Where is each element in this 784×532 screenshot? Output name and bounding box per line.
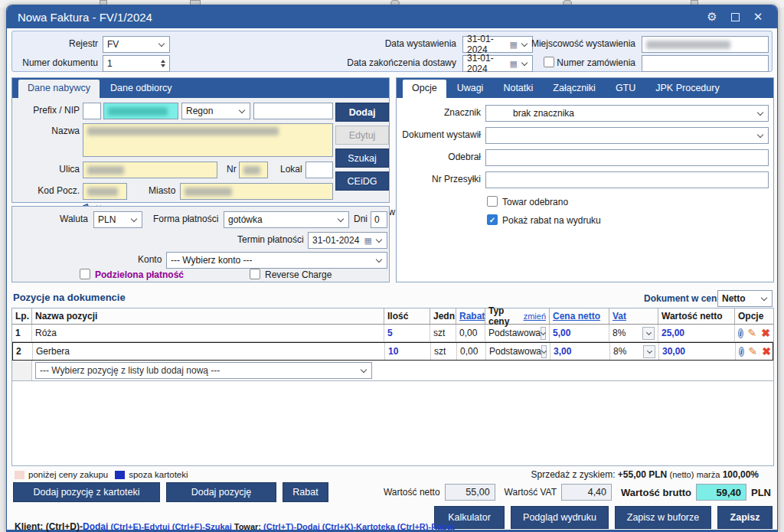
edit-pencil-icon[interactable]: ✎ xyxy=(748,327,757,339)
waluta-select[interactable]: PLN xyxy=(93,211,142,228)
odebral-input[interactable] xyxy=(485,149,769,166)
dni-input[interactable]: 0 xyxy=(371,211,387,228)
col-cena-netto-link[interactable]: Cena netto xyxy=(550,308,609,324)
podzielona-platnosc-checkbox[interactable] xyxy=(80,269,90,279)
row-vat[interactable]: 8% xyxy=(609,325,658,341)
lokal-input[interactable] xyxy=(305,162,333,178)
zapisz-button[interactable]: Zapisz xyxy=(717,506,773,529)
table-row-selected[interactable]: 2 Gerbera 10 szt 0,00 Podstawowa 3,00 8%… xyxy=(12,342,773,361)
row-typ[interactable]: Podstawowa xyxy=(486,343,550,360)
waluta-label: Waluta xyxy=(60,214,88,224)
row-qty[interactable]: 5 xyxy=(384,325,430,341)
rabat-button[interactable]: Rabat xyxy=(283,482,328,502)
delete-icon[interactable]: ✖ xyxy=(762,345,771,357)
title-bar[interactable]: Nowa Faktura - FV/1/2024 ⚙ ✕ xyxy=(7,5,777,28)
typ-ceny-zmien-link[interactable]: zmień xyxy=(524,312,546,321)
towar-odebrano-checkbox[interactable] xyxy=(487,196,498,207)
tab-dane-nabywcy[interactable]: Dane nabywcy xyxy=(18,80,100,98)
options-panel: Opcje Uwagi Notatki Załączniki GTU JPK P… xyxy=(396,77,774,282)
info-icon[interactable]: i xyxy=(738,328,743,338)
edit-pencil-icon[interactable]: ✎ xyxy=(749,345,758,357)
chevron-down-icon[interactable] xyxy=(541,327,546,340)
col-rabat-link[interactable]: Rabat xyxy=(456,308,485,324)
zapisz-w-buforze-button[interactable]: Zapisz w buforze xyxy=(615,506,711,529)
row-vat[interactable]: 8% xyxy=(610,343,659,360)
forma-platnosci-select[interactable]: gotówka xyxy=(224,211,349,228)
tab-uwagi[interactable]: Uwagi xyxy=(448,80,493,98)
znacznik-select[interactable]: brak znacznika xyxy=(485,105,769,122)
nazwa-label: Nazwa xyxy=(51,126,80,136)
tab-jpk-procedury[interactable]: JPK Procedury xyxy=(646,80,728,98)
maximize-icon[interactable] xyxy=(724,8,746,26)
delete-icon[interactable]: ✖ xyxy=(761,327,770,339)
info-icon[interactable]: i xyxy=(739,347,744,357)
dodaj-pozycje-button[interactable]: Dodaj pozycję xyxy=(166,482,276,502)
szukaj-button[interactable]: Szukaj xyxy=(335,149,389,168)
row-unit: szt xyxy=(430,325,456,341)
chevron-down-icon[interactable] xyxy=(642,327,655,340)
dodaj-pozycje-z-kartoteki-button[interactable]: Dodaj pozycję z kartoteki xyxy=(13,482,160,502)
dodaj-button[interactable]: Dodaj xyxy=(335,103,389,122)
redacted-text xyxy=(243,166,260,175)
miejscowosc-input[interactable] xyxy=(642,36,769,53)
ceidg-button[interactable]: CEiDG xyxy=(335,171,389,191)
ulica-input[interactable] xyxy=(83,162,217,178)
col-vat-link[interactable]: Vat xyxy=(609,308,658,324)
tab-zalaczniki[interactable]: Załączniki xyxy=(544,80,605,98)
settings-gear-icon[interactable]: ⚙ xyxy=(701,8,724,26)
calendar-icon[interactable]: ▦ xyxy=(510,59,528,69)
reverse-charge-checkbox[interactable] xyxy=(250,269,260,279)
nip-prefix-input[interactable] xyxy=(83,103,101,119)
tab-opcje[interactable]: Opcje xyxy=(403,80,446,98)
nr-input[interactable] xyxy=(239,162,268,178)
tab-gtu[interactable]: GTU xyxy=(606,80,645,98)
row-rabat[interactable]: 0,00 xyxy=(456,325,485,341)
totals-row: Wartość netto 55,00 Wartość VAT 4,40 War… xyxy=(384,484,771,501)
tab-dane-odbiorcy[interactable]: Dane odbiorcy xyxy=(101,80,181,98)
pokaz-rabat-checkbox[interactable]: ✓ xyxy=(487,214,498,225)
data-wystawienia-field[interactable]: 31-01-2024 ▦ xyxy=(462,36,533,53)
dokument-w-cenie-select[interactable]: Netto xyxy=(717,290,773,307)
prefix-nip-label: Prefix / NIP xyxy=(33,105,80,116)
nazwa-textarea[interactable] xyxy=(83,123,333,157)
chevron-down-icon[interactable] xyxy=(541,345,547,358)
row-rabat[interactable]: 0,00 xyxy=(457,343,486,360)
numer-zamowienia-input[interactable] xyxy=(642,55,769,72)
table-row[interactable]: 1 Róża 5 szt 0,00 Podstawowa 5,00 8% 25,… xyxy=(12,325,773,342)
miasto-input[interactable] xyxy=(180,183,333,200)
tab-notatki[interactable]: Notatki xyxy=(494,80,542,98)
regon-select[interactable]: Regon xyxy=(181,103,250,119)
row-name[interactable]: Gerbera xyxy=(33,343,385,360)
calendar-icon[interactable]: ▦ xyxy=(510,40,528,50)
close-icon[interactable]: ✕ xyxy=(746,8,769,26)
status-towar-shortcuts: (Ctrl+T)-Dodaj (Ctrl+K)-Kartoteka (Ctrl+… xyxy=(261,522,455,531)
row-name[interactable]: Róża xyxy=(32,325,384,341)
row-qty[interactable]: 10 xyxy=(385,343,431,360)
add-item-select[interactable]: --- Wybierz pozycję z listy lub dodaj no… xyxy=(35,362,372,379)
chevron-down-icon[interactable] xyxy=(643,345,655,358)
kod-pocztowy-label: Kod Pocz. xyxy=(38,185,80,196)
calendar-icon[interactable]: ▦ xyxy=(364,236,383,246)
regon-input[interactable] xyxy=(253,103,333,119)
nip-input[interactable] xyxy=(103,103,178,119)
delivery-date-checkbox[interactable] xyxy=(544,57,554,67)
dokument-wystawil-select[interactable] xyxy=(485,127,769,144)
podglad-wydruku-button[interactable]: Podgląd wydruku xyxy=(511,506,609,529)
nr-przesylki-input[interactable] xyxy=(485,171,769,188)
numer-dokumentu-stepper[interactable]: 1 xyxy=(103,55,170,72)
data-zakonczenia-value: 31-01-2024 xyxy=(467,53,510,74)
row-typ[interactable]: Podstawowa xyxy=(485,325,550,341)
row-cena[interactable]: 5,00 xyxy=(550,325,609,341)
kod-pocztowy-input[interactable] xyxy=(83,183,127,200)
konto-select[interactable]: --- Wybierz konto --- xyxy=(166,252,387,269)
col-ilosc: Ilość xyxy=(384,308,430,324)
wartosc-netto-label: Wartość netto xyxy=(384,487,440,498)
spinner-arrows-icon[interactable] xyxy=(161,57,165,70)
rejestr-select[interactable]: FV xyxy=(103,36,170,53)
data-zakonczenia-field[interactable]: 31-01-2024 ▦ xyxy=(462,55,533,72)
row-lp: 1 xyxy=(12,325,32,341)
termin-platnosci-field[interactable]: 31-01-2024 ▦ xyxy=(308,232,387,249)
row-cena[interactable]: 3,00 xyxy=(550,343,610,360)
edytuj-button[interactable]: Edytuj xyxy=(335,126,389,145)
konto-value: --- Wybierz konto --- xyxy=(171,255,253,266)
